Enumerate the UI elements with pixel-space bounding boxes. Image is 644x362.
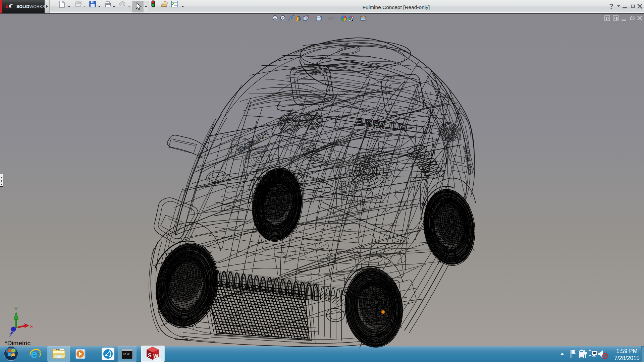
svg-text:1:59 PM: 1:59 PM [616,348,637,354]
svg-text:S: S [148,353,152,358]
svg-text:C:\>_: C:\>_ [123,353,132,356]
svg-text:Z: Z [9,333,12,338]
svg-text:SOLIDWORKS: SOLIDWORKS [16,4,45,9]
svg-text:FULMINE: FULMINE [462,144,474,175]
svg-text:X: X [30,324,33,329]
svg-text:7/28/2015: 7/28/2015 [614,355,640,361]
svg-text:?: ? [609,2,613,10]
svg-text:Y: Y [14,306,18,312]
svg-text:2015: 2015 [154,358,161,361]
